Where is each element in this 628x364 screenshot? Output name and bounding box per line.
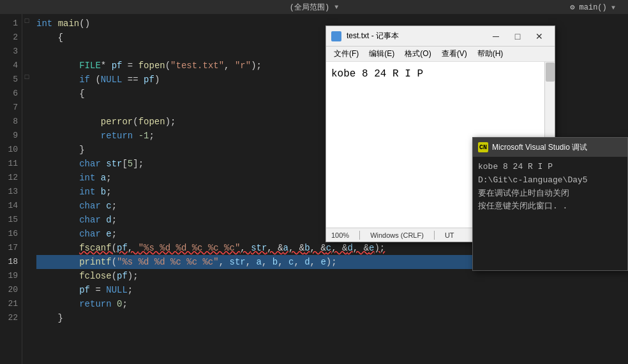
line-number-13: 13 (0, 185, 18, 199)
console-titlebar: CN Microsoft Visual Studio 调试 (473, 138, 627, 157)
console-line-1: D:\Git\c-language\Day5 (478, 174, 622, 187)
gutter-11 (22, 154, 31, 168)
notepad-menubar: 文件(F) 编辑(E) 格式(O) 查看(V) 帮助(H) (326, 47, 555, 62)
gutter-14 (22, 196, 31, 210)
line-number-16: 16 (0, 227, 18, 241)
function-dropdown-arrow: ▼ (611, 4, 615, 11)
line-number-8: 8 (0, 115, 18, 129)
scope-dropdown-arrow: ▼ (334, 4, 338, 11)
function-label: ⚙ main() (570, 3, 607, 12)
function-selector[interactable]: ⚙ main() ▼ (570, 3, 615, 12)
line-number-17: 17 (0, 241, 18, 255)
notepad-controls: ─ □ ✕ (486, 29, 550, 43)
gutter-17 (22, 238, 31, 252)
line-number-9: 9 (0, 129, 18, 143)
notepad-menu-edit[interactable]: 编辑(E) (364, 47, 400, 61)
line-number-15: 15 (0, 213, 18, 227)
notepad-minimize-button[interactable]: ─ (486, 29, 506, 43)
line-numbers: 12345678910111213141516171819202122 (0, 14, 22, 364)
gutter-19 (22, 266, 31, 280)
gutter-4 (22, 56, 31, 70)
line-number-3: 3 (0, 45, 18, 59)
notepad-icon (331, 31, 341, 41)
notepad-status-sep2 (434, 231, 435, 240)
console-icon: CN (478, 142, 488, 152)
gutter-18 (22, 252, 31, 266)
console-content: kobe 8 24 R I PD:\Git\c-language\Day5要在调… (473, 157, 627, 270)
notepad-maximize-button[interactable]: □ (507, 29, 528, 43)
line-number-4: 4 (0, 59, 18, 73)
line-number-11: 11 (0, 157, 18, 171)
notepad-status-zoom: 100% (331, 231, 349, 239)
line-number-7: 7 (0, 101, 18, 115)
notepad-title: test.txt - 记事本 (347, 31, 486, 41)
line-number-18: 18 (0, 255, 18, 269)
gutter-22 (22, 309, 31, 323)
gutter-8 (22, 112, 31, 126)
code-line-22: } (36, 311, 628, 325)
notepad-menu-help[interactable]: 帮助(H) (472, 47, 509, 61)
gutter: □□ (22, 14, 31, 364)
console-line-0: kobe 8 24 R I P (478, 161, 622, 174)
code-line-21: return 0; (36, 297, 628, 311)
code-line-20: pf = NULL; (36, 283, 628, 297)
gutter-20 (22, 280, 31, 295)
console-line-2: 要在调试停止时自动关闭 (478, 187, 622, 201)
line-number-21: 21 (0, 297, 18, 311)
notepad-status-encoding: UT (445, 231, 454, 239)
line-number-12: 12 (0, 171, 18, 185)
gutter-15 (22, 210, 31, 224)
line-number-22: 22 (0, 311, 18, 325)
code-line-19: fclose(pf); (36, 269, 628, 283)
notepad-close-button[interactable]: ✕ (529, 29, 550, 43)
line-number-2: 2 (0, 31, 18, 45)
gutter-2 (22, 28, 31, 42)
notepad-menu-file[interactable]: 文件(F) (329, 47, 364, 61)
notepad-status-eol: Windows (CRLF) (370, 231, 424, 239)
gutter-10 (22, 140, 31, 154)
gutter-13 (22, 182, 31, 196)
console-window: CN Microsoft Visual Studio 调试 kobe 8 24 … (472, 137, 628, 271)
line-number-5: 5 (0, 73, 18, 87)
console-line-3: 按任意键关闭此窗口. . (478, 200, 622, 214)
line-number-1: 1 (0, 17, 18, 31)
gutter-7 (22, 98, 31, 112)
gutter-16 (22, 224, 31, 238)
gutter-21 (22, 295, 31, 309)
notepad-menu-view[interactable]: 查看(V) (437, 47, 472, 61)
gutter-9 (22, 126, 31, 140)
console-title: Microsoft Visual Studio 调试 (492, 142, 622, 153)
line-number-19: 19 (0, 269, 18, 283)
gutter-5: □ (22, 70, 31, 84)
gutter-3 (22, 42, 31, 56)
notepad-scrollbar-thumb[interactable] (546, 62, 555, 82)
line-number-10: 10 (0, 143, 18, 157)
gutter-12 (22, 168, 31, 182)
notepad-status-sep1 (359, 231, 360, 240)
notepad-titlebar: test.txt - 记事本 ─ □ ✕ (326, 26, 555, 47)
gutter-6 (22, 84, 31, 98)
editor-topbar: (全局范围) ▼ ⚙ main() ▼ (0, 0, 628, 14)
gutter-1: □ (22, 14, 31, 28)
line-number-14: 14 (0, 199, 18, 213)
notepad-text-content: kobe 8 24 R I P (326, 62, 555, 86)
line-number-6: 6 (0, 87, 18, 101)
notepad-menu-format[interactable]: 格式(O) (400, 47, 436, 61)
scope-selector[interactable]: (全局范围) ▼ (290, 2, 338, 13)
scope-label: (全局范围) (290, 2, 329, 13)
line-number-20: 20 (0, 283, 18, 297)
